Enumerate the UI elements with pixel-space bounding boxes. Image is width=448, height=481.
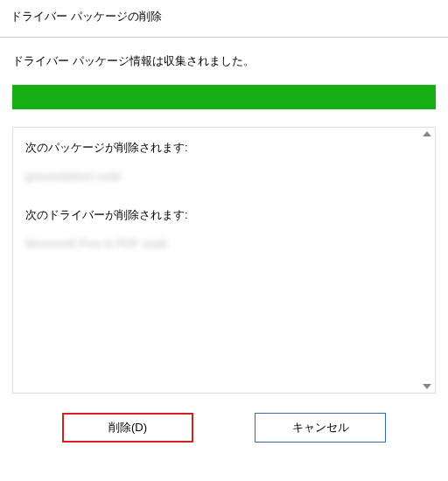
cancel-button[interactable]: キャンセル — [255, 413, 386, 443]
scroll-down-icon[interactable] — [423, 384, 431, 389]
driver-item: Mxxxxxxft Prxx tx PDF xxdd — [25, 237, 166, 250]
removal-list-panel: 次のパッケージが削除されます: gxxxxxdddxxl xxdd 次のドライバ… — [12, 127, 436, 394]
removal-list-content: 次のパッケージが削除されます: gxxxxxdddxxl xxdd 次のドライバ… — [13, 128, 419, 393]
progress-bar — [12, 85, 436, 109]
package-item: gxxxxxdddxxl xxdd — [25, 170, 120, 183]
window-title: ドライバー パッケージの削除 — [0, 0, 448, 38]
scrollbar[interactable] — [419, 128, 435, 393]
button-row: 削除(D) キャンセル — [12, 394, 436, 443]
scroll-up-icon[interactable] — [423, 131, 431, 136]
drivers-heading: 次のドライバーが削除されます: — [25, 207, 407, 223]
delete-button[interactable]: 削除(D) — [62, 413, 193, 443]
packages-heading: 次のパッケージが削除されます: — [25, 140, 407, 156]
dialog-body: ドライバー パッケージ情報は収集されました。 次のパッケージが削除されます: g… — [0, 38, 448, 443]
status-message: ドライバー パッケージ情報は収集されました。 — [12, 53, 436, 69]
